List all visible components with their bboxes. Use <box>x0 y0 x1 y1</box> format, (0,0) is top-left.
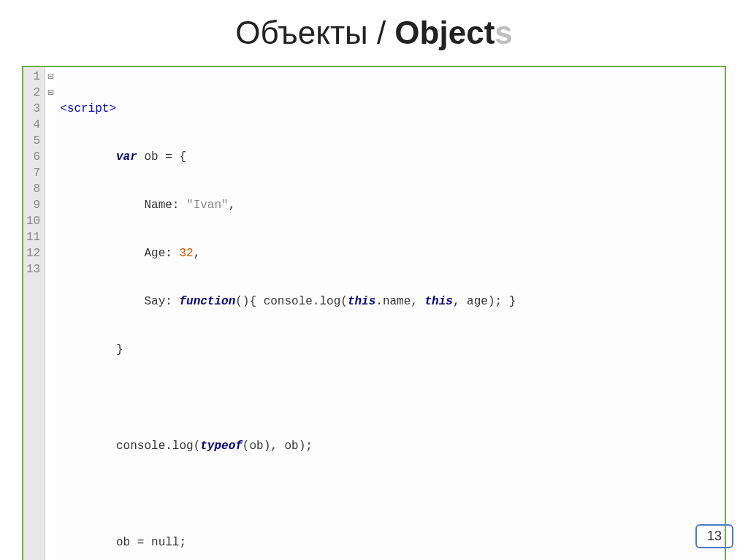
kw-var: var <box>116 150 137 164</box>
prop-key: Name: <box>144 199 186 212</box>
line-gutter: 1 2 3 4 5 6 7 8 9 10 11 12 13 <box>23 67 45 560</box>
kw-typeof: typeof <box>200 440 243 453</box>
code-line <box>60 390 720 406</box>
line-num: 2 <box>26 85 40 101</box>
code-line: Say: function(){ console.log(this.name, … <box>60 294 720 310</box>
slide: Объекты / Objects 1 2 3 4 5 6 7 8 9 10 1… <box>0 0 748 560</box>
code-text: (){ console.log( <box>235 295 348 308</box>
title-part1: Объекты / <box>235 15 394 50</box>
page-number: 13 <box>695 524 733 548</box>
line-num: 5 <box>26 133 40 149</box>
code-text: , age); } <box>453 295 516 308</box>
code-line: <script> <box>60 101 720 117</box>
number-literal: 32 <box>179 247 193 260</box>
code-line: } <box>60 342 720 358</box>
prop-key: Age: <box>144 247 179 260</box>
code-line: console.log(typeof(ob), ob); <box>60 438 720 454</box>
code-line: Name: "Ivan", <box>60 197 720 213</box>
kw-function: function <box>179 295 235 308</box>
code-text: ob = { <box>137 150 186 164</box>
code-line: var ob = { <box>60 149 720 165</box>
line-num: 10 <box>26 213 40 229</box>
code-editor: 1 2 3 4 5 6 7 8 9 10 11 12 13 ⊟ ⊟ <scrip… <box>22 66 726 560</box>
code-text: (ob), ob); <box>243 440 313 453</box>
line-num: 1 <box>26 69 40 85</box>
line-num: 3 <box>26 101 40 117</box>
code-line: ob = null; <box>60 534 720 551</box>
kw-this: this <box>348 295 375 308</box>
line-num: 6 <box>26 149 40 165</box>
title-part2: Object <box>394 15 495 50</box>
code-line: Age: 32, <box>60 245 720 261</box>
line-num: 7 <box>26 165 40 181</box>
code-content: <script> var ob = { Name: "Ivan", Age: 3… <box>56 67 725 560</box>
line-num: 4 <box>26 117 40 133</box>
line-num: 11 <box>26 229 40 245</box>
kw-this: this <box>425 295 453 308</box>
brace: } <box>116 343 123 356</box>
string-literal: "Ivan" <box>186 199 229 212</box>
line-num: 12 <box>26 245 40 261</box>
prop-key: Say: <box>144 295 179 308</box>
code-text: .name, <box>375 295 424 308</box>
title-part3: s <box>495 15 512 50</box>
code-line <box>60 486 720 502</box>
fold-icon[interactable]: ⊟ <box>45 69 56 85</box>
fold-column: ⊟ ⊟ <box>45 67 56 560</box>
line-num: 13 <box>26 261 40 277</box>
line-num: 9 <box>26 197 40 213</box>
fold-icon[interactable]: ⊟ <box>45 85 56 101</box>
comma: , <box>194 247 201 260</box>
line-num: 8 <box>26 181 40 197</box>
slide-title: Объекты / Objects <box>15 15 733 51</box>
code-text: ob = null; <box>116 536 186 549</box>
comma: , <box>229 199 236 212</box>
code-text: console.log( <box>116 440 200 453</box>
tag-open: <script> <box>60 102 116 115</box>
